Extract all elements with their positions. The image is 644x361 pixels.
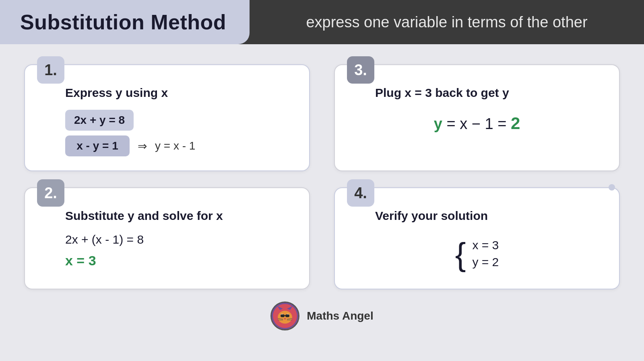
step-1-title: Express y using x xyxy=(65,86,168,100)
solution-x: x = 3 xyxy=(472,238,499,252)
step-4-content: { x = 3 y = 2 xyxy=(351,233,603,275)
solution-y: y = 2 xyxy=(472,255,499,269)
step-3-title: Plug x = 3 back to get y xyxy=(375,86,509,100)
header-subtitle-box: express one variable in terms of the oth… xyxy=(250,0,644,44)
svg-point-12 xyxy=(284,318,286,320)
solution-values: x = 3 y = 2 xyxy=(472,238,499,269)
brand-avatar xyxy=(270,302,299,330)
dot-indicator xyxy=(609,184,615,191)
step-2-header: Substitute y and solve for x xyxy=(41,209,293,223)
step-2-title: Substitute y and solve for x xyxy=(65,209,223,223)
step-2-result: x = 3 xyxy=(65,253,293,269)
step-3-eq-middle: = x − 1 = xyxy=(446,115,511,132)
step-1-header: Express y using x xyxy=(41,86,293,100)
svg-point-2 xyxy=(278,311,292,324)
solution-system: { x = 3 y = 2 xyxy=(455,237,499,271)
header: Substitution Method express one variable… xyxy=(0,0,644,44)
step-3-card: 3. Plug x = 3 back to get y y = x − 1 = … xyxy=(334,64,620,171)
step-1-equations: 2x + y = 8 x - y = 1 ⇒ y = x - 1 xyxy=(41,110,293,156)
footer: Maths Angel xyxy=(0,302,644,330)
arrow-symbol: ⇒ xyxy=(138,139,147,153)
brand-label: Maths Angel xyxy=(307,310,373,322)
svg-rect-8 xyxy=(285,314,289,317)
step-4-badge: 4. xyxy=(347,179,374,207)
step-3-result-value: 2 xyxy=(511,114,520,133)
equation-2-box: x - y = 1 xyxy=(65,135,130,156)
step-1-card: 1. Express y using x 2x + y = 8 x - y = … xyxy=(24,64,310,171)
main-content: 1. Express y using x 2x + y = 8 x - y = … xyxy=(0,44,644,297)
step-3-header: Plug x = 3 back to get y xyxy=(351,86,603,100)
step-3-badge: 3. xyxy=(347,56,374,84)
step-2-equation: 2x + (x - 1) = 8 xyxy=(65,233,293,246)
derived-equation: y = x - 1 xyxy=(155,139,195,152)
header-title-box: Substitution Method xyxy=(0,0,250,44)
brace-symbol: { xyxy=(455,238,466,271)
equation-1-box: 2x + y = 8 xyxy=(65,110,134,131)
step-4-header: Verify your solution xyxy=(351,209,603,223)
step-3-equation: y = x − 1 = 2 xyxy=(434,114,520,133)
step-4-title: Verify your solution xyxy=(375,209,488,223)
step-2-content: 2x + (x - 1) = 8 x = 3 xyxy=(41,233,293,269)
step-3-content: y = x − 1 = 2 xyxy=(351,110,603,137)
avatar-svg xyxy=(272,303,298,329)
equation-row-1: 2x + y = 8 xyxy=(65,110,293,131)
step-4-card: 4. Verify your solution { x = 3 y = 2 xyxy=(334,187,620,289)
step-2-card: 2. Substitute y and solve for x 2x + (x … xyxy=(24,187,310,289)
step-2-badge: 2. xyxy=(37,179,64,207)
equation-row-2: x - y = 1 ⇒ y = x - 1 xyxy=(65,135,293,156)
step-3-y-label: y xyxy=(434,115,442,132)
page-title: Substitution Method xyxy=(20,10,226,34)
header-subtitle-text: express one variable in terms of the oth… xyxy=(306,14,587,31)
step-1-badge: 1. xyxy=(37,56,64,84)
svg-rect-7 xyxy=(281,314,285,317)
